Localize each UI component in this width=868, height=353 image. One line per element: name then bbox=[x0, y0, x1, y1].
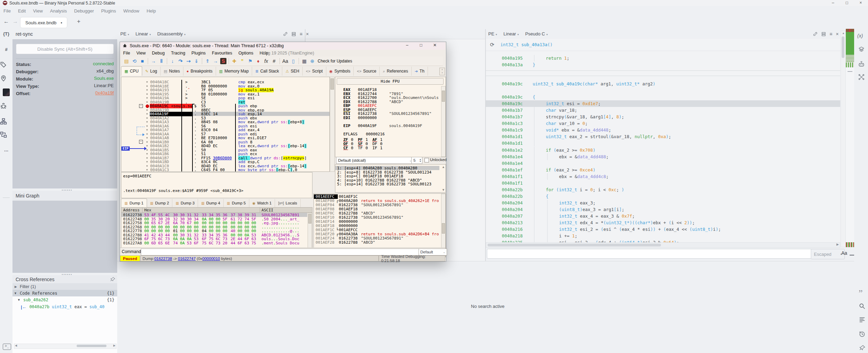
dump-tab-watch-1[interactable]: ◉Watch 1 bbox=[249, 199, 275, 207]
callconv-arg-row[interactable]: 2: [esp+8] 01622738 01622738 "SOUL001234 bbox=[335, 170, 439, 174]
toolbar-comment-icon[interactable]: ❞ bbox=[238, 58, 246, 65]
register-row[interactable]: ESP001AEEFC bbox=[335, 108, 439, 112]
dump-tab-dump-2[interactable]: ▥Dump 2 bbox=[147, 199, 173, 207]
check-for-updates-label[interactable]: Check for Updates bbox=[318, 59, 352, 64]
register-row[interactable]: ESI01622738"SOUL001234567891" bbox=[335, 111, 439, 116]
sync-link-icon[interactable] bbox=[283, 32, 288, 36]
code-line[interactable]: 0040a1e2if (eax_2 >= 0x708) bbox=[486, 147, 840, 153]
xrefs-hscrollbar[interactable]: ◀ ▶ bbox=[14, 344, 117, 349]
dump-tab-dump-1[interactable]: ▥Dump 1 bbox=[121, 199, 147, 207]
callconv-arg-row[interactable]: 4: [esp+10] 01622788 01622788 "ABCD" bbox=[335, 178, 439, 182]
pane-menu-icon[interactable]: ≡ bbox=[300, 31, 302, 37]
pseudo-c-listing[interactable]: 0040a195return 1;0040a13a}0040a19cuint32… bbox=[486, 39, 840, 242]
stack-row[interactable]: 001AEF2801622788"ABCD" bbox=[314, 240, 441, 244]
subview-selector[interactable]: Pseudo C bbox=[525, 31, 545, 36]
register-row[interactable]: EIP0040A19Fsouls.0040A19F bbox=[335, 124, 439, 128]
xrefs-function-row[interactable]: ▼ sub_40a262 {1} bbox=[12, 296, 117, 303]
stack-row[interactable]: 001AEF20┌0040A38Areturn to souls.sub_40A… bbox=[314, 232, 441, 236]
pin-icon[interactable] bbox=[859, 345, 866, 351]
x32-tab-seh[interactable]: ⚠SEH bbox=[282, 67, 303, 76]
x32dbg-window[interactable]: Souls.exe - PID: 6640 - Module: souls.ex… bbox=[120, 42, 446, 262]
callconv-select[interactable]: Default (stdcall)⌄ bbox=[336, 157, 414, 164]
toolbar-execute-till-return-icon[interactable]: ⇑ bbox=[204, 58, 212, 65]
disasm-row[interactable]: 0040A195>B8 01000000mov eax,1 bbox=[121, 92, 329, 96]
code-line[interactable] bbox=[486, 87, 840, 94]
toolbar-run-to-user-icon[interactable]: → bbox=[212, 58, 220, 65]
code-line[interactable]: 0040a1d1 bbox=[486, 140, 840, 146]
xrefs-code-refs-row[interactable]: ▼ Code References {1} bbox=[12, 290, 117, 296]
menu-view[interactable]: View bbox=[33, 8, 43, 14]
nav-forward-button[interactable]: → bbox=[12, 18, 18, 25]
feature-map[interactable] bbox=[846, 29, 854, 247]
variables-icon[interactable]: (x) bbox=[857, 33, 863, 39]
assistant-robot-icon[interactable] bbox=[858, 61, 865, 68]
x32-tab-th[interactable]: ➔Th bbox=[412, 67, 428, 76]
flag-name-tf[interactable]: TF bbox=[358, 146, 363, 150]
arguments-pane[interactable]: 1: [esp+4] 0040A280 souls.0040A2802: [es… bbox=[335, 164, 446, 193]
toolbar-step-into-icon[interactable]: ↓ bbox=[169, 58, 177, 65]
code-line[interactable]: 0040a22bfor (int32_t i = 0; i < 0xc; ) bbox=[486, 186, 840, 193]
view-selector[interactable]: Linear bbox=[136, 31, 148, 36]
code-line[interactable]: 0040a207int32_t eax_4 = eax_3 & 0x7f; bbox=[486, 213, 840, 219]
code-line[interactable]: 0040a19c{ bbox=[486, 94, 840, 100]
plugin-network-icon[interactable] bbox=[858, 74, 865, 81]
x32-menu-favourites[interactable]: Favourites bbox=[212, 51, 232, 56]
disasm-row[interactable]: 0040A193.ˇ7F 05jg souls.40A19A bbox=[121, 88, 329, 92]
pane-menu-icon[interactable]: ≡ bbox=[830, 31, 832, 37]
toolbar-close-process-icon[interactable]: ■ bbox=[138, 58, 146, 65]
xrefs-header[interactable]: Cross References bbox=[12, 275, 117, 283]
dump-row[interactable]: 01622768................0000000000000000… bbox=[121, 225, 307, 229]
stack-row[interactable]: 001AEF0401622738"SOUL001234567891" bbox=[314, 203, 441, 207]
disasm-row[interactable]: 0040A19B.C3ret bbox=[121, 100, 329, 104]
disasm-row[interactable]: 0040A1A7.83C0 04add eax,4 bbox=[121, 128, 329, 132]
search-input[interactable] bbox=[487, 249, 812, 259]
toolbar-font-icon[interactable]: Aa bbox=[281, 58, 289, 65]
pane-close-icon[interactable]: × bbox=[836, 31, 839, 37]
hide-fpu-button[interactable]: Hide FPU bbox=[337, 78, 444, 85]
registers-pane[interactable]: Hide FPU EAX001AEF18EBX01622744"7891"ECX… bbox=[335, 77, 446, 157]
disasm-row[interactable]: 0040A18E.B8 00000000mov eax,0 bbox=[121, 84, 329, 88]
dump-row[interactable]: 01622788ABCD.0123456...S4142434400303132… bbox=[121, 233, 307, 237]
log-lines-icon[interactable] bbox=[859, 317, 866, 322]
menu-help[interactable]: Help bbox=[147, 8, 156, 14]
callconv-arg-row[interactable]: 1: [esp+4] 0040A280 souls.0040A280 bbox=[335, 166, 439, 170]
stack-row[interactable]: 001AEF00┌0040A280return to souls.sub_40A… bbox=[314, 199, 441, 203]
register-row[interactable]: ECX01622700"ouls.Document\nSouls bbox=[335, 95, 439, 100]
code-line[interactable]: 0040a1c9void* ebx = &data_4dd448; bbox=[486, 127, 840, 133]
dump-end-link[interactable]: 01622747 bbox=[178, 257, 196, 261]
split-pane-icon[interactable] bbox=[291, 32, 296, 36]
sidebar-types-icon[interactable]: {T} bbox=[0, 31, 12, 36]
console-icon[interactable]: >_ bbox=[3, 344, 11, 350]
x32-menu-options[interactable]: Options bbox=[238, 51, 253, 56]
code-line[interactable]: 0040a1b7char var_18; bbox=[486, 107, 840, 114]
code-line[interactable]: 0040a19cuint32_t sub_40a19c(char* arg1, … bbox=[486, 81, 840, 87]
disasm-row[interactable]: 0040A1C3.C645 F4 00mov byte ptr ss:[ebp-… bbox=[121, 168, 329, 172]
code-line[interactable]: 0040a204(uint8_t)eax_3 = arg1[i]; bbox=[486, 206, 840, 213]
unlocked-checkbox[interactable] bbox=[424, 158, 429, 162]
x32-menu-file[interactable]: File bbox=[123, 51, 130, 56]
x32-menu-debug[interactable]: Debug bbox=[152, 51, 165, 56]
x32-tab-cpu[interactable]: ▦CPU bbox=[121, 66, 142, 76]
dump-row[interactable]: 01622738SOUL001234567891534F554C30303132… bbox=[121, 213, 307, 217]
toolbar-label-icon[interactable]: ⚑ bbox=[246, 58, 254, 65]
xrefs-pin-icon[interactable] bbox=[110, 277, 115, 282]
register-row[interactable]: EDX01622788"ABCD" bbox=[335, 100, 439, 104]
x32-tab-source[interactable]: <>Source bbox=[354, 67, 380, 76]
x32-tab-call-stack[interactable]: ≣Call Stack bbox=[252, 67, 282, 76]
x32-close-button[interactable]: ✕ bbox=[429, 43, 440, 48]
match-case-icon[interactable]: Aa bbox=[841, 250, 847, 256]
x32-menu-plugins[interactable]: Plugins bbox=[191, 51, 206, 56]
x32-tab-overflow[interactable]: ‹› bbox=[439, 68, 445, 75]
stack-row[interactable]: 001AEF1400000000 bbox=[314, 219, 441, 224]
menu-analysis[interactable]: Analysis bbox=[50, 8, 67, 14]
disasm-row[interactable]: −0040A19C <souls.su$55push ebp bbox=[121, 104, 329, 108]
disasm-row[interactable]: 0040A1A2.53push ebx bbox=[121, 116, 329, 120]
code-line[interactable]: 0040a195return 1; bbox=[486, 55, 840, 61]
dump-tab-dump-5[interactable]: ▥Dump 5 bbox=[224, 199, 249, 207]
new-tab-button[interactable]: + bbox=[77, 18, 80, 25]
dump-tab-dump-4[interactable]: ▥Dump 4 bbox=[198, 199, 224, 207]
stack-row[interactable]: 001AEEFC001AEF1C bbox=[314, 194, 441, 199]
disasm-row[interactable]: 0040A1BD.83C4 0Cadd esp,C bbox=[121, 160, 329, 164]
stack-row[interactable]: 001AEF1C└001AEFCC bbox=[314, 228, 441, 232]
dump-start-link[interactable]: 01622738 bbox=[154, 257, 172, 261]
